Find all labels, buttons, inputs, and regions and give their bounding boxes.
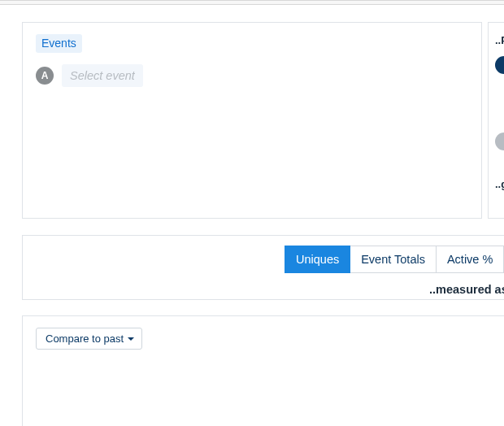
metrics-panel: Uniques Event Totals Active % Average ..…: [22, 235, 504, 300]
compare-to-past-label: Compare to past: [46, 333, 124, 345]
side-panel: ..P ..g: [488, 22, 504, 219]
event-select-input[interactable]: [62, 64, 143, 87]
tab-event-totals[interactable]: Event Totals: [350, 246, 437, 273]
tab-uniques[interactable]: Uniques: [285, 246, 350, 273]
side-grey-circle[interactable]: [495, 133, 504, 150]
events-tab-pill[interactable]: Events: [36, 34, 82, 53]
app-root: Events A ..P ..g Uniques Event Totals Ac…: [0, 0, 504, 426]
event-badge-a: A: [36, 67, 54, 85]
side-dark-circle[interactable]: [495, 56, 504, 74]
chevron-down-icon: [128, 337, 134, 341]
side-label-bottom: ..g: [495, 178, 504, 190]
measured-as-label: ..measured as uniq: [429, 283, 504, 296]
side-label-top: ..P: [495, 34, 504, 46]
events-panel: Events A: [22, 22, 482, 219]
metric-tabs: Uniques Event Totals Active % Average: [285, 246, 504, 273]
compare-to-past-button[interactable]: Compare to past: [36, 328, 142, 350]
tab-active-pct[interactable]: Active %: [437, 246, 504, 273]
top-chrome-strip: [0, 0, 504, 5]
compare-panel: Compare to past: [22, 315, 504, 426]
event-row-a: A: [36, 64, 468, 87]
